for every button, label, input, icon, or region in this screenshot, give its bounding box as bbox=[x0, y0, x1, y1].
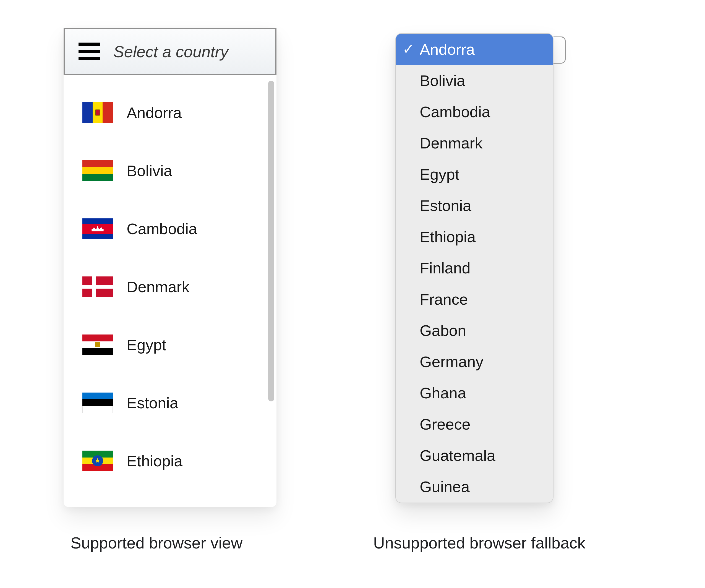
custom-option-label: Ethiopia bbox=[127, 452, 183, 470]
native-option-germany[interactable]: Germany bbox=[396, 346, 553, 377]
native-option-label: Gabon bbox=[420, 322, 466, 339]
native-option-guinea[interactable]: Guinea bbox=[396, 471, 553, 502]
caption-supported: Supported browser view bbox=[70, 534, 242, 552]
custom-option-label: Estonia bbox=[127, 394, 178, 412]
flag-egypt-icon bbox=[82, 335, 113, 355]
native-option-label: Cambodia bbox=[420, 103, 490, 121]
native-option-estonia[interactable]: Estonia bbox=[396, 190, 553, 221]
flag-ethiopia-icon bbox=[82, 451, 113, 471]
custom-option-denmark[interactable]: Denmark bbox=[82, 258, 275, 316]
native-select-chevron-icon bbox=[554, 37, 566, 63]
native-option-cambodia[interactable]: Cambodia bbox=[396, 96, 553, 128]
flag-bolivia-icon bbox=[82, 160, 113, 181]
custom-country-select: Select a country Andorra Bolivia bbox=[63, 28, 277, 507]
native-option-label: Germany bbox=[420, 353, 483, 371]
native-option-label: Denmark bbox=[420, 134, 482, 152]
native-option-france[interactable]: France bbox=[396, 284, 553, 315]
custom-option-ethiopia[interactable]: Ethiopia bbox=[82, 432, 275, 490]
custom-select-placeholder: Select a country bbox=[113, 42, 228, 61]
native-option-label: Finland bbox=[420, 259, 471, 277]
native-option-label: Bolivia bbox=[420, 71, 465, 90]
custom-select-listbox: Andorra Bolivia Cambodia Denmark bbox=[67, 75, 275, 504]
native-option-bolivia[interactable]: Bolivia bbox=[396, 65, 553, 96]
native-option-label: Egypt bbox=[420, 165, 459, 183]
custom-select-scrollbar[interactable] bbox=[268, 81, 274, 496]
hamburger-icon bbox=[79, 43, 100, 60]
native-option-label: Guinea bbox=[420, 478, 470, 496]
custom-option-egypt[interactable]: Egypt bbox=[82, 316, 275, 374]
native-option-ghana[interactable]: Ghana bbox=[396, 377, 553, 408]
custom-option-label: Bolivia bbox=[127, 162, 172, 180]
caption-unsupported: Unsupported browser fallback bbox=[373, 534, 585, 552]
native-option-guatemala[interactable]: Guatemala bbox=[396, 440, 553, 471]
custom-option-label: Denmark bbox=[127, 278, 189, 296]
native-option-label: Guatemala bbox=[420, 446, 496, 464]
flag-estonia-icon bbox=[82, 393, 113, 413]
custom-select-scrollbar-thumb[interactable] bbox=[268, 81, 274, 401]
custom-select-trigger[interactable]: Select a country bbox=[63, 28, 277, 75]
custom-option-label: Cambodia bbox=[127, 220, 197, 238]
custom-option-label: Andorra bbox=[127, 104, 182, 121]
native-option-denmark[interactable]: Denmark bbox=[396, 128, 553, 159]
native-country-select-popup: ✓ Andorra Bolivia Cambodia Denmark Egypt… bbox=[395, 33, 554, 503]
native-option-label: Ghana bbox=[420, 384, 466, 402]
native-option-greece[interactable]: Greece bbox=[396, 408, 553, 440]
custom-option-estonia[interactable]: Estonia bbox=[82, 374, 275, 432]
native-option-label: Andorra bbox=[420, 40, 475, 58]
native-option-gabon[interactable]: Gabon bbox=[396, 315, 553, 346]
native-option-label: Estonia bbox=[420, 197, 471, 214]
native-option-finland[interactable]: Finland bbox=[396, 252, 553, 284]
native-option-egypt[interactable]: Egypt bbox=[396, 159, 553, 190]
native-option-ethiopia[interactable]: Ethiopia bbox=[396, 221, 553, 252]
native-option-label: Greece bbox=[420, 415, 471, 433]
native-option-label: Ethiopia bbox=[420, 228, 475, 246]
flag-andorra-icon bbox=[82, 102, 113, 123]
native-option-andorra[interactable]: ✓ Andorra bbox=[396, 34, 553, 65]
flag-cambodia-icon bbox=[82, 218, 113, 239]
custom-option-cambodia[interactable]: Cambodia bbox=[82, 200, 275, 258]
flag-denmark-icon bbox=[82, 277, 113, 297]
checkmark-icon: ✓ bbox=[403, 41, 414, 57]
native-option-label: France bbox=[420, 290, 468, 308]
custom-option-label: Egypt bbox=[127, 336, 166, 354]
custom-option-andorra[interactable]: Andorra bbox=[82, 84, 275, 142]
custom-option-bolivia[interactable]: Bolivia bbox=[82, 142, 275, 200]
